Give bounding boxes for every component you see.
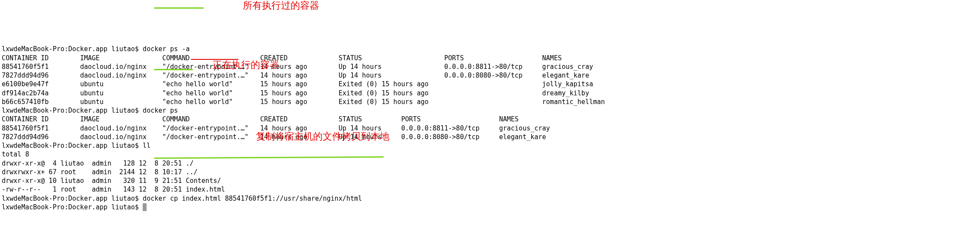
terminal-output: lxwdeMacBook-Pro:Docker.app liutao$ dock… xyxy=(2,36,978,212)
prompt-line-5[interactable]: lxwdeMacBook-Pro:Docker.app liutao$ xyxy=(2,203,147,211)
underline-green xyxy=(154,7,204,9)
prompt-line-4: lxwdeMacBook-Pro:Docker.app liutao$ dock… xyxy=(2,195,362,202)
header-row-1: CONTAINER ID IMAGE COMMAND CREATED STATU… xyxy=(2,54,562,62)
ll-row: drwxrwxr-x+ 67 root admin 2144 12 8 10:1… xyxy=(2,168,198,176)
prompt-line-2: lxwdeMacBook-Pro:Docker.app liutao$ dock… xyxy=(2,107,178,114)
ll-total: total 8 xyxy=(2,150,29,158)
underline-green xyxy=(154,69,193,70)
prompt-line-1: lxwdeMacBook-Pro:Docker.app liutao$ dock… xyxy=(2,45,189,53)
underline-red xyxy=(191,59,238,60)
ll-row: drwxr-xr-x@ 4 liutao admin 128 12 8 20:5… xyxy=(2,160,194,167)
container-row: 7827ddd94d96 daocloud.io/nginx "/docker-… xyxy=(2,72,589,79)
annotation-all-containers: 所有执行过的容器 xyxy=(243,0,319,12)
ll-row: drwxr-xr-x@ 10 liutao admin 320 11 9 21:… xyxy=(2,177,221,185)
header-row-2: CONTAINER ID IMAGE COMMAND CREATED STATU… xyxy=(2,115,519,123)
annotation-running-containers: 正在执行的容器 xyxy=(212,59,279,72)
container-row: 88541760f5f1 daocloud.io/nginx "/docker-… xyxy=(2,63,593,71)
container-row: e6100be9e47f ubuntu "echo hello world" 1… xyxy=(2,80,593,88)
annotation-copy: 复制将宿主机的文件拷贝到本地 xyxy=(256,130,389,143)
container-row: b66c657410fb ubuntu "echo hello world" 1… xyxy=(2,98,605,106)
ll-row: -rw-r--r-- 1 root admin 143 12 8 20:51 i… xyxy=(2,186,225,193)
prompt-line-3: lxwdeMacBook-Pro:Docker.app liutao$ ll xyxy=(2,142,150,150)
container-row: df914ac2b74a ubuntu "echo hello world" 1… xyxy=(2,89,589,97)
cursor-icon xyxy=(143,203,147,211)
